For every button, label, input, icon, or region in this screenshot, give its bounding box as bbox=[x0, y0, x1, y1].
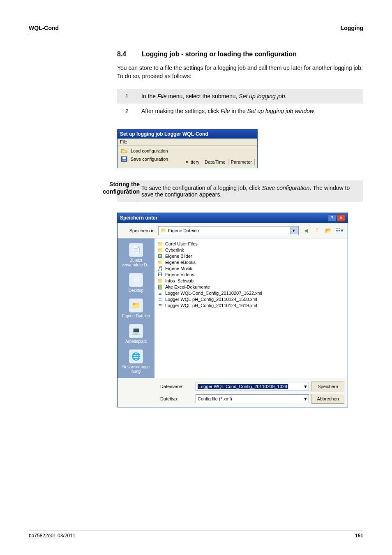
list-item[interactable]: 🎵Eigene Musik bbox=[157, 266, 345, 272]
place-network[interactable]: 🌐 Netzwerkumge bung bbox=[120, 347, 152, 376]
section-number: 8.4 bbox=[117, 51, 142, 58]
lookin-combo[interactable]: 📁 Eigene Dateien ▼ bbox=[158, 226, 299, 235]
file-name: Cyberlink bbox=[165, 247, 184, 252]
step-text-italic: File bbox=[221, 108, 230, 114]
floppy-disk-icon bbox=[121, 156, 127, 162]
list-item[interactable]: ≣Logger WQL-Cond_Config_20110207_1622.xm… bbox=[157, 290, 345, 296]
list-item[interactable]: 📁Cyberlink bbox=[157, 247, 345, 253]
up-icon[interactable]: ⤴ bbox=[312, 226, 322, 236]
list-item[interactable]: 📁Corel User Files bbox=[157, 241, 345, 247]
folder-icon: 📁 bbox=[157, 247, 163, 253]
side-label-line1: Storing the bbox=[109, 181, 140, 187]
menu-item-label: Load configuration bbox=[131, 148, 168, 153]
file-name: Infos_Schwab bbox=[165, 278, 194, 283]
place-label: Desktop bbox=[120, 288, 152, 293]
filetype-combo[interactable]: Config file (*.xml) ▼ bbox=[196, 394, 309, 403]
folder-icon: 📁 bbox=[157, 260, 163, 265]
file-name: Logger WQL-pH_Config_20110124_1558.xml bbox=[165, 297, 257, 302]
step-text-italic: Set up logging job window bbox=[247, 108, 314, 114]
views-icon[interactable]: ☷▾ bbox=[334, 226, 344, 236]
place-label: Netzwerkumge bbox=[120, 365, 152, 369]
logging-job-window: Set up logging job Logger WQL-Cond File … bbox=[117, 129, 258, 168]
step-number: 1 bbox=[117, 89, 137, 104]
menu-bar: File bbox=[118, 139, 257, 146]
list-item[interactable]: 🎞Eigene Videos bbox=[157, 272, 345, 278]
chevron-down-icon[interactable]: ▼ bbox=[303, 396, 308, 401]
chevron-down-icon[interactable]: ▼ bbox=[290, 227, 297, 234]
folder-icon: 📁 bbox=[157, 278, 163, 284]
section-title-text: Logging job - storing or loading the con… bbox=[142, 51, 297, 58]
file-name: Logger WQL-Cond_Config_20110207_1622.xml bbox=[165, 291, 262, 296]
window-title: Set up logging job Logger WQL-Cond bbox=[118, 130, 257, 139]
help-button[interactable]: ? bbox=[328, 214, 336, 222]
file-menu[interactable]: File bbox=[120, 139, 127, 144]
back-icon[interactable]: ◀ bbox=[301, 226, 311, 236]
cancel-button[interactable]: Abbrechen bbox=[311, 394, 344, 404]
list-item[interactable]: 📁Infos_Schwab bbox=[157, 278, 345, 284]
excel-folder-icon: 📗 bbox=[157, 284, 163, 290]
place-label: bung bbox=[120, 369, 152, 374]
step-text-part: menu, select the submenu, bbox=[166, 93, 239, 99]
list-item[interactable]: 📗Alte Excel-Dokumente bbox=[157, 284, 345, 290]
file-name: Eigene Bilder bbox=[165, 254, 192, 259]
videos-folder-icon: 🎞 bbox=[157, 272, 163, 278]
step-text: To save the configuration of a logging j… bbox=[137, 180, 364, 202]
lookin-label: Speichern in: bbox=[121, 228, 156, 233]
new-folder-icon[interactable]: 📂 bbox=[323, 226, 333, 236]
list-item[interactable]: ≣Logger WQL-pH_Config_20110124_1619.xml bbox=[157, 303, 345, 309]
xml-file-icon: ≣ bbox=[157, 291, 163, 296]
section-heading: 8.4Logging job - storing or loading the … bbox=[117, 51, 363, 58]
tab-datetime[interactable]: Date/Time bbox=[202, 159, 228, 165]
chevron-down-icon[interactable]: ▼ bbox=[303, 384, 308, 389]
tab-ttery[interactable]: ttery bbox=[188, 159, 202, 165]
place-computer[interactable]: 💻 Arbeitsplatz bbox=[120, 322, 152, 346]
place-mydocs[interactable]: 📁 Eigene Dateien bbox=[120, 296, 152, 320]
list-item[interactable]: 📁Eigene eBooks bbox=[157, 259, 345, 266]
xml-file-icon: ≣ bbox=[157, 303, 163, 308]
pictures-folder-icon: 🖼 bbox=[157, 254, 163, 259]
filename-value: Logger WQL-Cond_Config_20110209_1029 bbox=[198, 384, 288, 389]
step-text-part: To save the configuration of a logging j… bbox=[141, 185, 262, 191]
tab-parameter[interactable]: Parameter bbox=[228, 159, 255, 165]
header-left: WQL-Cond bbox=[29, 25, 59, 31]
step-text-part: After making the settings, click bbox=[141, 108, 221, 114]
step-text-italic: File bbox=[157, 93, 167, 99]
step-number: 2 bbox=[117, 104, 137, 118]
file-name: Logger WQL-pH_Config_20110124_1619.xml bbox=[165, 303, 257, 308]
recent-icon: 📄 bbox=[129, 243, 143, 257]
file-list-pane[interactable]: 📁Corel User Files 📁Cyberlink 🖼Eigene Bil… bbox=[154, 238, 348, 378]
list-item[interactable]: ≣Logger WQL-pH_Config_20110124_1558.xml bbox=[157, 296, 345, 303]
filename-input[interactable]: Logger WQL-Cond_Config_20110209_1029 ▼ bbox=[196, 382, 309, 391]
close-button[interactable]: × bbox=[337, 214, 345, 222]
xml-file-icon: ≣ bbox=[157, 297, 163, 302]
step-text: In the File menu, select the submenu, Se… bbox=[137, 89, 364, 104]
step-text-italic: Set up logging job bbox=[239, 93, 285, 99]
steps-table-a: 1 In the File menu, select the submenu, … bbox=[117, 89, 363, 118]
place-label: verwendete D... bbox=[120, 263, 152, 267]
list-item[interactable]: 🖼Eigene Bilder bbox=[157, 253, 345, 259]
menu-item-label: Save configuration bbox=[131, 157, 168, 162]
filetype-value: Config file (*.xml) bbox=[198, 396, 232, 401]
lookin-value: Eigene Dateien bbox=[168, 228, 199, 233]
svg-rect-1 bbox=[122, 157, 126, 159]
filename-label: Dateiname: bbox=[160, 384, 193, 389]
file-name: Corel User Files bbox=[165, 241, 198, 246]
footer-page-number: 151 bbox=[355, 533, 363, 539]
steps-table-b: 3 To save the configuration of a logging… bbox=[117, 180, 363, 202]
footer-left: ba75822e01 03/2011 bbox=[29, 533, 75, 539]
intro-paragraph: You can store to a file the settings for… bbox=[117, 64, 363, 81]
filetype-label: Dateityp: bbox=[160, 396, 193, 401]
place-desktop[interactable]: 🖥 Desktop bbox=[120, 271, 152, 295]
load-configuration-item[interactable]: Load configuration bbox=[119, 147, 256, 155]
folder-icon: 📁 bbox=[157, 241, 163, 247]
folder-open-icon bbox=[121, 148, 127, 154]
dialog-nav-icons: ◀ ⤴ 📂 ☷▾ bbox=[301, 226, 344, 236]
save-button[interactable]: Speichern bbox=[311, 382, 344, 391]
place-recent[interactable]: 📄 Zuletzt verwendete D... bbox=[120, 241, 152, 269]
place-label: Arbeitsplatz bbox=[120, 339, 152, 344]
step-text-part: In the bbox=[141, 93, 157, 99]
file-name: Eigene eBooks bbox=[165, 260, 196, 265]
save-dialog: Speichern unter ? × Speichern in: 📁 Eige… bbox=[117, 213, 348, 407]
step-text-italic: Save configuration bbox=[262, 185, 309, 191]
svg-rect-2 bbox=[122, 160, 126, 161]
